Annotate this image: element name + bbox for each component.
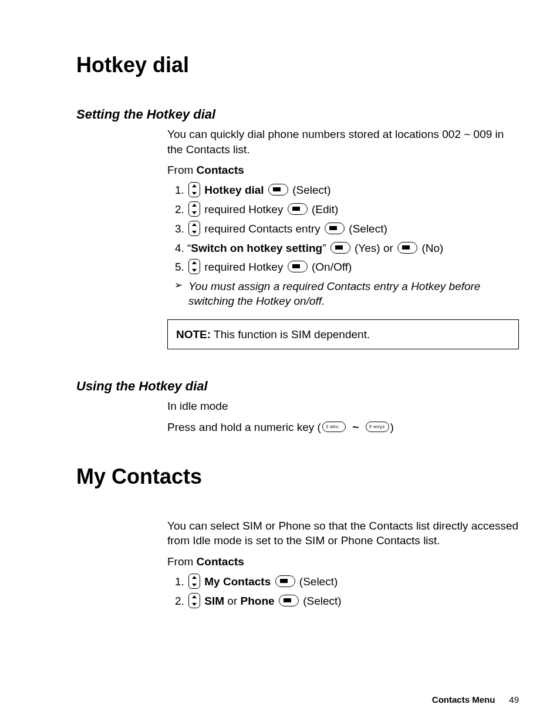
step4-bold: Switch on hotkey setting bbox=[191, 242, 322, 254]
mycontacts-steps: My Contacts (Select) SIM or Phone (Selec… bbox=[167, 574, 519, 609]
step3-text: required Contacts entry bbox=[201, 223, 323, 235]
subheading-using: Using the Hotkey dial bbox=[76, 379, 519, 394]
scroll-key-icon bbox=[188, 574, 200, 589]
mc-s2-action: (Select) bbox=[300, 595, 342, 607]
tip-text: You must assign a required Contacts entr… bbox=[188, 279, 519, 309]
using-line2-post: ) bbox=[390, 421, 394, 433]
heading-my-contacts: My Contacts bbox=[76, 464, 519, 489]
note-label: NOTE: bbox=[176, 328, 211, 341]
side-key-icon bbox=[288, 203, 308, 215]
mc-s1-bold: My Contacts bbox=[204, 575, 271, 588]
step-3: required Contacts entry (Select) bbox=[187, 221, 519, 237]
scroll-key-icon bbox=[188, 221, 200, 236]
from-bold: Contacts bbox=[197, 164, 244, 176]
from-bold: Contacts bbox=[197, 555, 244, 568]
setting-steps: Hotkey dial (Select) required Hotkey (Ed… bbox=[167, 183, 519, 275]
side-key-icon bbox=[275, 575, 295, 587]
heading-hotkey-dial: Hotkey dial bbox=[76, 53, 519, 77]
step2-action: (Edit) bbox=[309, 203, 339, 215]
scroll-key-icon bbox=[188, 201, 200, 217]
mycontacts-body: You can select SIM or Phone so that the … bbox=[167, 518, 519, 609]
using-body: In idle mode Press and hold a numeric ke… bbox=[167, 399, 519, 434]
setting-from: From Contacts bbox=[167, 163, 519, 178]
step1-action: (Select) bbox=[289, 184, 331, 196]
side-key-icon bbox=[330, 242, 350, 254]
step-1: Hotkey dial (Select) bbox=[187, 183, 519, 198]
scroll-key-icon bbox=[188, 182, 200, 197]
note-box: NOTE: This function is SIM dependent. bbox=[167, 319, 519, 350]
key-2abc-icon: 2 abc bbox=[322, 422, 346, 432]
side-key-icon bbox=[397, 242, 417, 254]
side-key-icon bbox=[325, 223, 345, 234]
mc-s2-bold2: Phone bbox=[241, 595, 275, 607]
step4-quote-close: ” bbox=[322, 242, 329, 254]
step-2: required Hotkey (Edit) bbox=[187, 202, 519, 218]
using-line1: In idle mode bbox=[167, 399, 519, 414]
tip: ➢ You must assign a required Contacts en… bbox=[174, 279, 519, 309]
setting-intro: You can quickly dial phone numbers store… bbox=[167, 127, 519, 157]
tilde: ~ bbox=[349, 421, 362, 433]
footer-label: Contacts Menu bbox=[432, 695, 495, 705]
from-prefix: From bbox=[167, 555, 197, 568]
step4-yes: (Yes) or bbox=[352, 242, 396, 254]
mc-s2-or: or bbox=[224, 595, 240, 607]
subheading-setting: Setting the Hotkey dial bbox=[76, 107, 519, 122]
mycontacts-from: From Contacts bbox=[167, 554, 519, 569]
step4-no: (No) bbox=[419, 242, 443, 254]
tip-arrow-icon: ➢ bbox=[174, 279, 183, 292]
side-key-icon bbox=[279, 595, 299, 606]
mc-s1-action: (Select) bbox=[296, 575, 338, 588]
manual-page: Hotkey dial Setting the Hotkey dial You … bbox=[0, 0, 560, 728]
scroll-key-icon bbox=[188, 593, 200, 608]
page-footer: Contacts Menu49 bbox=[432, 695, 519, 705]
side-key-icon bbox=[288, 261, 308, 272]
step2-text: required Hotkey bbox=[201, 203, 286, 215]
footer-page: 49 bbox=[509, 695, 519, 705]
setting-body: You can quickly dial phone numbers store… bbox=[167, 127, 519, 349]
key-9wxyz-icon: 9 wxyz bbox=[366, 422, 389, 432]
note-text: This function is SIM dependent. bbox=[211, 328, 370, 341]
step3-action: (Select) bbox=[346, 223, 387, 235]
step-5: required Hotkey (On/Off) bbox=[187, 259, 519, 275]
step1-bold: Hotkey dial bbox=[204, 184, 264, 196]
mc-s2-bold1: SIM bbox=[204, 595, 224, 607]
mycontacts-intro: You can select SIM or Phone so that the … bbox=[167, 518, 519, 548]
from-prefix: From bbox=[167, 164, 197, 176]
step5-text: required Hotkey bbox=[201, 261, 286, 273]
step-4: “Switch on hotkey setting” (Yes) or (No) bbox=[187, 241, 519, 256]
side-key-icon bbox=[268, 184, 288, 196]
step5-action: (On/Off) bbox=[309, 261, 352, 273]
using-line2: Press and hold a numeric key (2 abc ~ 9 … bbox=[167, 420, 519, 435]
scroll-key-icon bbox=[188, 259, 200, 274]
mc-step-1: My Contacts (Select) bbox=[187, 574, 519, 590]
mc-step-2: SIM or Phone (Select) bbox=[187, 594, 519, 609]
using-line2-pre: Press and hold a numeric key ( bbox=[167, 421, 321, 433]
